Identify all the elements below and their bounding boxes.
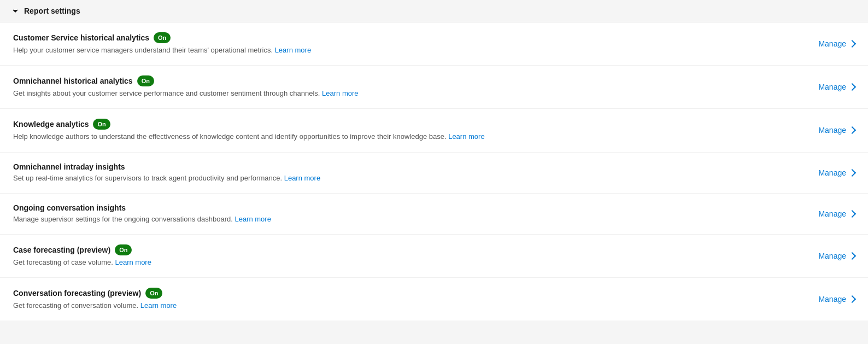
setting-description-ongoing-conversation: Manage supervisor settings for the ongoi… [13,214,805,224]
setting-name-row-omnichannel-historical: Omnichannel historical analyticsOn [13,75,805,86]
setting-name-omnichannel-intraday: Omnichannel intraday insights [13,162,125,171]
chevron-down-icon [11,7,20,15]
setting-left-conversation-forecasting: Conversation forecasting (preview)OnGet … [13,288,805,311]
setting-name-row-case-forecasting: Case forecasting (preview)On [13,244,805,255]
manage-button-omnichannel-historical[interactable]: Manage [818,83,855,91]
setting-left-case-forecasting: Case forecasting (preview)OnGet forecast… [13,244,805,267]
learn-more-link-omnichannel-historical[interactable]: Learn more [322,89,358,97]
manage-button-omnichannel-intraday[interactable]: Manage [818,168,855,177]
learn-more-link-omnichannel-intraday[interactable]: Learn more [284,174,320,182]
setting-name-row-knowledge-analytics: Knowledge analyticsOn [13,119,805,130]
setting-description-knowledge-analytics: Help knowledge authors to understand the… [13,132,805,142]
section-header[interactable]: Report settings [0,0,868,22]
setting-name-row-omnichannel-intraday: Omnichannel intraday insights [13,162,805,171]
chevron-right-icon-customer-service-historical [848,40,856,48]
settings-list: Customer Service historical analyticsOnH… [0,22,868,320]
setting-name-knowledge-analytics: Knowledge analytics [13,120,89,129]
chevron-right-icon-conversation-forecasting [848,295,856,303]
setting-row-omnichannel-intraday: Omnichannel intraday insightsSet up real… [0,153,868,194]
setting-row-knowledge-analytics: Knowledge analyticsOnHelp knowledge auth… [0,109,868,152]
learn-more-link-knowledge-analytics[interactable]: Learn more [448,132,484,141]
setting-left-ongoing-conversation: Ongoing conversation insightsManage supe… [13,203,805,224]
learn-more-link-case-forecasting[interactable]: Learn more [115,258,151,266]
setting-description-omnichannel-intraday: Set up real-time analytics for superviso… [13,173,805,183]
chevron-right-icon-ongoing-conversation [848,210,856,218]
setting-name-case-forecasting: Case forecasting (preview) [13,246,110,254]
manage-button-ongoing-conversation[interactable]: Manage [818,209,855,218]
setting-name-customer-service-historical: Customer Service historical analytics [13,33,149,42]
setting-left-knowledge-analytics: Knowledge analyticsOnHelp knowledge auth… [13,119,805,142]
setting-right-knowledge-analytics: Manage [818,126,855,135]
setting-description-case-forecasting: Get forecasting of case volume. Learn mo… [13,258,805,267]
setting-description-omnichannel-historical: Get insights about your customer service… [13,89,805,98]
badge-on-case-forecasting: On [115,244,132,255]
setting-left-omnichannel-intraday: Omnichannel intraday insightsSet up real… [13,162,805,183]
setting-name-ongoing-conversation: Ongoing conversation insights [13,203,126,212]
setting-name-row-customer-service-historical: Customer Service historical analyticsOn [13,32,805,43]
setting-description-conversation-forecasting: Get forecasting of conversation volume. … [13,301,805,311]
manage-button-customer-service-historical[interactable]: Manage [818,39,855,48]
chevron-right-icon-case-forecasting [848,252,856,260]
setting-right-omnichannel-intraday: Manage [818,168,855,177]
badge-on-customer-service-historical: On [154,32,171,43]
setting-right-customer-service-historical: Manage [818,39,855,48]
badge-on-knowledge-analytics: On [93,119,110,130]
learn-more-link-customer-service-historical[interactable]: Learn more [275,46,311,54]
chevron-right-icon-omnichannel-historical [848,83,856,91]
chevron-right-icon-knowledge-analytics [848,126,856,134]
setting-left-customer-service-historical: Customer Service historical analyticsOnH… [13,32,805,55]
chevron-right-icon-omnichannel-intraday [848,169,856,177]
section-title: Report settings [24,7,80,15]
badge-on-omnichannel-historical: On [137,75,154,86]
setting-row-customer-service-historical: Customer Service historical analyticsOnH… [0,22,868,66]
setting-name-omnichannel-historical: Omnichannel historical analytics [13,77,133,85]
learn-more-link-conversation-forecasting[interactable]: Learn more [140,301,177,310]
setting-row-case-forecasting: Case forecasting (preview)OnGet forecast… [0,235,868,278]
badge-on-conversation-forecasting: On [145,288,162,299]
manage-button-case-forecasting[interactable]: Manage [818,252,855,260]
setting-name-conversation-forecasting: Conversation forecasting (preview) [13,289,141,298]
learn-more-link-ongoing-conversation[interactable]: Learn more [234,215,271,223]
setting-left-omnichannel-historical: Omnichannel historical analyticsOnGet in… [13,75,805,98]
setting-name-row-conversation-forecasting: Conversation forecasting (preview)On [13,288,805,299]
setting-right-omnichannel-historical: Manage [818,83,855,91]
page-container: Report settings Customer Service histori… [0,0,868,320]
setting-row-conversation-forecasting: Conversation forecasting (preview)OnGet … [0,278,868,320]
setting-right-conversation-forecasting: Manage [818,295,855,304]
manage-button-conversation-forecasting[interactable]: Manage [818,295,855,304]
setting-right-ongoing-conversation: Manage [818,209,855,218]
setting-row-ongoing-conversation: Ongoing conversation insightsManage supe… [0,194,868,235]
manage-button-knowledge-analytics[interactable]: Manage [818,126,855,135]
setting-description-customer-service-historical: Help your customer service managers unde… [13,45,805,55]
setting-name-row-ongoing-conversation: Ongoing conversation insights [13,203,805,212]
setting-row-omnichannel-historical: Omnichannel historical analyticsOnGet in… [0,66,868,109]
setting-right-case-forecasting: Manage [818,252,855,260]
